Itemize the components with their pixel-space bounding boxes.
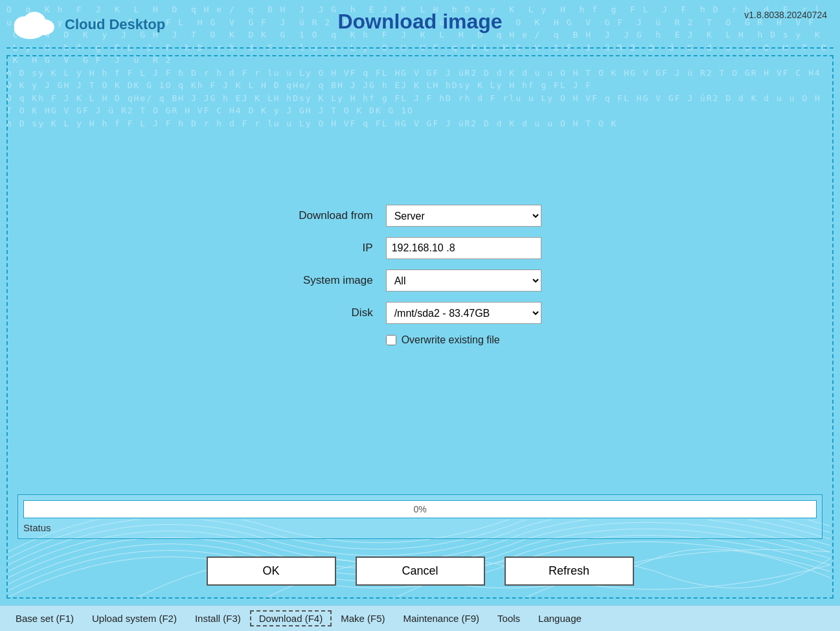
overwrite-label: Overwrite existing file: [402, 334, 500, 346]
nav-item-upload-system[interactable]: Upload system (F2): [83, 610, 186, 626]
header: Cloud Desktop Download image v1.8.8038.2…: [0, 0, 840, 42]
progress-bar-container: 0%: [23, 500, 817, 518]
cloud-icon: [13, 6, 58, 42]
version-text: v1.8.8038.20240724: [744, 10, 827, 20]
svg-point-3: [34, 19, 54, 36]
ip-input[interactable]: [386, 237, 541, 259]
disk-label: Disk: [299, 306, 372, 319]
download-from-label: Download from: [299, 209, 372, 222]
nav-item-download[interactable]: Download (F4): [250, 610, 332, 626]
ok-button[interactable]: OK: [207, 556, 336, 586]
main-wrapper: Cloud Desktop Download image v1.8.8038.2…: [0, 0, 840, 605]
download-from-select[interactable]: Server USB Network: [386, 205, 541, 227]
overwrite-row: Overwrite existing file: [386, 334, 541, 346]
nav-item-maintenance[interactable]: Maintenance (F9): [394, 610, 488, 626]
cancel-button[interactable]: Cancel: [356, 556, 485, 586]
logo-area: Cloud Desktop: [13, 6, 165, 42]
page-title: Download image: [337, 10, 502, 34]
system-image-label: System image: [299, 274, 372, 287]
refresh-button[interactable]: Refresh: [505, 556, 634, 586]
nav-item-install[interactable]: Install (F3): [186, 610, 250, 626]
nav-item-base-set[interactable]: Base set (F1): [6, 610, 83, 626]
progress-bar-label: 0%: [413, 504, 426, 514]
header-separator: [6, 47, 834, 49]
ip-label: IP: [299, 242, 372, 255]
overwrite-checkbox[interactable]: [386, 335, 396, 345]
nav-item-make[interactable]: Make (F5): [332, 610, 394, 626]
buttons-area: OK Cancel Refresh: [8, 549, 832, 597]
bottom-nav: Base set (F1) Upload system (F2) Install…: [0, 605, 840, 631]
disk-select[interactable]: /mnt/sda2 - 83.47GB /mnt/sda1 - 50GB: [386, 302, 541, 324]
system-image-select[interactable]: All Windows Linux: [386, 270, 541, 292]
form-table: Download from Server USB Network IP Syst…: [299, 205, 541, 346]
logo-title: Cloud Desktop: [65, 16, 165, 33]
nav-item-tools[interactable]: Tools: [488, 610, 529, 626]
nav-item-language[interactable]: Language: [529, 610, 591, 626]
status-text: Status: [23, 522, 817, 533]
form-area: Download from Server USB Network IP Syst…: [8, 56, 832, 494]
outer-border: Download from Server USB Network IP Syst…: [6, 55, 834, 599]
progress-area: 0% Status: [17, 494, 823, 539]
